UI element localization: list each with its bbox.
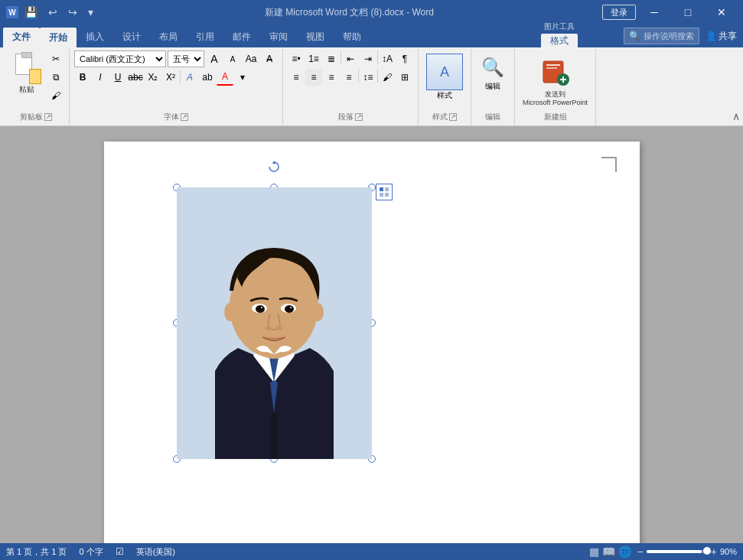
line-spacing-btn[interactable]: ↕≡ — [360, 69, 376, 86]
svg-rect-24 — [271, 413, 277, 459]
tab-layout[interactable]: 布局 — [150, 28, 187, 47]
clipboard-content: 粘贴 ✂ ⧉ 🖌 — [8, 50, 64, 110]
zoom-track[interactable] — [647, 550, 708, 553]
document-area — [0, 126, 743, 543]
status-right: ▦ 📖 🌐 − + 90% — [589, 545, 737, 558]
ppt-icon — [537, 54, 574, 90]
font-size-select[interactable]: 五号 — [168, 50, 204, 67]
page-info: 第 1 页，共 1 页 — [6, 546, 67, 558]
share-button[interactable]: 👤 共享 — [706, 30, 737, 43]
editing-button[interactable]: 🔍 编辑 — [476, 50, 510, 95]
tab-mail[interactable]: 邮件 — [223, 28, 260, 47]
strikethrough-btn[interactable]: abc — [127, 69, 144, 86]
minimize-button[interactable]: ─ — [639, 0, 670, 24]
tab-home[interactable]: 开始 — [40, 28, 77, 47]
redo-quick-btn[interactable]: ↪ — [65, 5, 80, 20]
customize-quick-btn[interactable]: ▾ — [85, 5, 96, 20]
show-marks-btn[interactable]: ¶ — [396, 50, 413, 67]
tab-view[interactable]: 视图 — [297, 28, 334, 47]
align-center-btn[interactable]: ≡ — [305, 69, 322, 86]
styles-button[interactable]: A 样式 — [423, 50, 466, 104]
tab-design[interactable]: 设计 — [113, 28, 150, 47]
indent-decrease-btn[interactable]: ⇤ — [342, 50, 359, 67]
tab-help[interactable]: 帮助 — [334, 28, 370, 47]
justify-btn[interactable]: ≡ — [341, 69, 357, 86]
clear-format-btn[interactable]: A̶ — [261, 50, 278, 67]
tab-review[interactable]: 审阅 — [260, 28, 297, 47]
rotate-handle[interactable] — [268, 161, 280, 173]
undo-quick-btn[interactable]: ↩ — [45, 5, 60, 20]
editing-label-bar: 编辑 — [485, 110, 500, 124]
font-size-down-btn[interactable]: A — [224, 50, 241, 67]
svg-point-21 — [275, 326, 283, 330]
tab-insert[interactable]: 插入 — [77, 28, 113, 47]
search-placeholder: 操作说明搜索 — [644, 31, 694, 42]
portrait-svg — [177, 187, 372, 459]
layout-options-icon[interactable] — [376, 184, 393, 200]
restore-button[interactable]: □ — [673, 0, 703, 24]
font-size-up-btn[interactable]: A — [206, 50, 223, 67]
font-content: Calibri (西文正文) 五号 A A Aa A̶ B I U abc X₂… — [74, 50, 278, 110]
svg-point-22 — [224, 303, 236, 321]
styles-expander[interactable]: ↗ — [449, 113, 457, 121]
zoom-fill — [647, 550, 702, 553]
close-button[interactable]: ✕ — [706, 0, 737, 24]
ribbon-collapse-btn[interactable]: ∧ — [732, 110, 740, 122]
subscript-btn[interactable]: X₂ — [145, 69, 161, 86]
editing-label: 编辑 — [485, 81, 500, 92]
web-layout-btn[interactable]: 🌐 — [618, 545, 631, 558]
ribbon-group-editing: 🔍 编辑 编辑 — [471, 49, 515, 125]
send-to-ppt-label: 发送到Microsoft PowerPoint — [523, 90, 588, 107]
paste-icon-area: 粘贴 — [12, 52, 41, 95]
paste-paper — [29, 69, 41, 84]
font-expander[interactable]: ↗ — [181, 113, 188, 121]
font-color-btn[interactable]: A — [217, 69, 233, 86]
shading-btn[interactable]: 🖌 — [379, 69, 396, 86]
save-quick-btn[interactable]: 💾 — [21, 5, 41, 20]
text-highlight-btn[interactable]: ab — [199, 69, 216, 86]
numbering-btn[interactable]: 1≡ — [305, 50, 322, 67]
multilevel-btn[interactable]: ≣ — [323, 50, 340, 67]
cut-button[interactable]: ✂ — [47, 50, 64, 67]
text-effect-btn[interactable]: A — [181, 69, 198, 86]
underline-btn[interactable]: U — [109, 69, 126, 86]
border-btn[interactable]: ⊞ — [396, 69, 413, 86]
styles-content: A 样式 — [423, 50, 466, 110]
tab-picture-format[interactable]: 格式 — [541, 34, 578, 47]
copy-button[interactable]: ⧉ — [47, 69, 64, 86]
photo-image — [177, 187, 372, 459]
print-layout-btn[interactable]: ▦ — [589, 545, 599, 558]
language: 英语(美国) — [136, 546, 175, 558]
search-box[interactable]: 🔍 操作说明搜索 — [624, 28, 699, 44]
clipboard-expander[interactable]: ↗ — [44, 113, 52, 121]
tab-file[interactable]: 文件 — [3, 28, 40, 47]
send-to-ppt-button[interactable]: 发送到Microsoft PowerPoint — [520, 50, 591, 110]
bullets-btn[interactable]: ≡• — [288, 50, 305, 67]
paragraph-expander[interactable]: ↗ — [355, 113, 363, 121]
read-mode-btn[interactable]: 📖 — [602, 545, 615, 558]
para-row1: ≡• 1≡ ≣ ⇤ ⇥ ↕A ¶ — [288, 50, 413, 67]
paste-icon — [12, 52, 41, 84]
login-button[interactable]: 登录 — [602, 5, 636, 20]
italic-btn[interactable]: I — [92, 69, 109, 86]
image-container[interactable] — [177, 187, 372, 459]
format-painter-button[interactable]: 🖌 — [47, 87, 64, 104]
align-left-btn[interactable]: ≡ — [288, 69, 305, 86]
font-name-select[interactable]: Calibri (西文正文) — [74, 50, 166, 67]
svg-point-18 — [261, 307, 262, 308]
svg-point-17 — [288, 306, 292, 311]
font-color-arrow[interactable]: ▾ — [234, 69, 251, 86]
zoom-in-btn[interactable]: + — [711, 545, 717, 558]
align-right-btn[interactable]: ≡ — [323, 69, 340, 86]
change-case-btn[interactable]: Aa — [243, 50, 259, 67]
indent-increase-btn[interactable]: ⇥ — [360, 50, 376, 67]
superscript-btn[interactable]: X² — [162, 69, 179, 86]
paste-button[interactable]: 粘贴 — [8, 50, 46, 96]
bold-btn[interactable]: B — [74, 69, 91, 86]
document-page — [104, 142, 640, 543]
tab-references[interactable]: 引用 — [187, 28, 223, 47]
clipboard-label: 剪贴板 ↗ — [20, 110, 52, 124]
svg-point-16 — [259, 306, 263, 311]
sort-btn[interactable]: ↕A — [379, 50, 396, 67]
zoom-out-btn[interactable]: − — [637, 545, 644, 558]
